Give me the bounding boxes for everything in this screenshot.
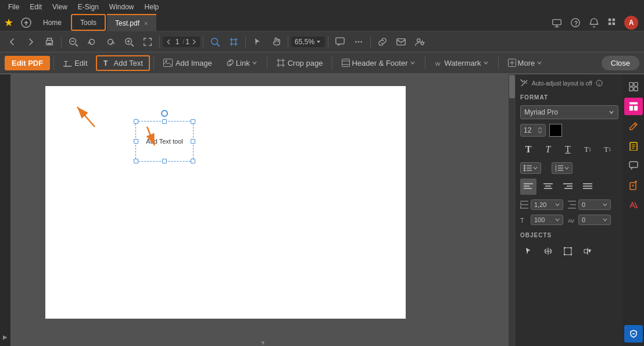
handle-bottom-center[interactable] [162, 159, 167, 163]
add-text-button[interactable]: T Add Text [96, 55, 150, 71]
pages-icon[interactable] [624, 137, 643, 155]
obj-move-icon[interactable] [540, 243, 556, 259]
handle-middle-right[interactable] [191, 139, 195, 144]
zoom-level[interactable]: 65,5% [291, 37, 325, 47]
pencil-icon[interactable] [624, 117, 643, 135]
redact-tool-icon[interactable] [624, 197, 643, 214]
handle-top-center[interactable] [162, 119, 167, 124]
more-button[interactable]: More [502, 56, 549, 70]
email-icon[interactable] [392, 34, 410, 50]
zoom-in-icon[interactable] [120, 34, 138, 50]
close-button[interactable]: Close [602, 56, 639, 70]
watermark-button[interactable]: W Watermark [429, 56, 495, 70]
comment-balloon-icon[interactable] [624, 157, 643, 174]
scroll-thumb[interactable] [509, 75, 515, 98]
sidebar-toggle-icon[interactable]: ▶ [3, 334, 8, 340]
shield-protect-icon[interactable] [624, 325, 643, 343]
tab-tools[interactable]: Tools [71, 14, 106, 31]
forward-icon[interactable] [22, 34, 40, 50]
svg-rect-7 [613, 22, 616, 25]
layout-panel-icon[interactable] [624, 98, 643, 115]
thumbnail-icon[interactable] [624, 78, 643, 95]
info-icon[interactable]: i [596, 80, 603, 87]
obj-transform-icon[interactable] [560, 243, 576, 259]
text-box[interactable]: Add Text tool [135, 121, 194, 162]
align-justify-button[interactable] [579, 179, 596, 195]
menu-file[interactable]: File [3, 2, 24, 12]
align-right-button[interactable] [560, 179, 576, 195]
user-avatar[interactable]: A [624, 16, 638, 30]
menu-edit[interactable]: Edit [25, 2, 46, 12]
more-tools-icon[interactable] [350, 34, 367, 50]
kerning-dropdown[interactable]: 0 [578, 215, 611, 225]
italic-button[interactable]: T [540, 141, 556, 158]
fit-page-icon[interactable] [139, 34, 156, 50]
favorites-star-icon[interactable]: ★ [0, 15, 17, 31]
crop-select-icon[interactable] [225, 34, 242, 50]
page-next-icon[interactable] [191, 38, 198, 45]
menu-view[interactable]: View [48, 2, 72, 12]
obj-select-icon[interactable] [520, 243, 536, 259]
align-left-button[interactable] [520, 179, 536, 195]
rotate-handle[interactable] [161, 110, 168, 117]
svg-text:?: ? [574, 19, 578, 26]
link-tool-icon[interactable] [374, 34, 391, 50]
handle-bottom-right[interactable] [191, 159, 195, 163]
zoom-rotate-cw-icon[interactable] [102, 34, 119, 50]
more-label: More [518, 59, 535, 67]
pdf-canvas-area[interactable]: Add Text tool [10, 74, 516, 346]
notifications-icon[interactable] [587, 16, 601, 30]
unordered-list-button[interactable] [520, 162, 541, 174]
user-share-icon[interactable] [411, 34, 428, 50]
svg-text:W: W [435, 61, 441, 67]
handle-middle-left[interactable] [134, 139, 138, 144]
menu-window[interactable]: Window [105, 2, 139, 12]
tab-home[interactable]: Home [35, 14, 70, 31]
page-current[interactable]: 1 [173, 38, 181, 46]
comment-tool-icon[interactable] [331, 34, 349, 50]
subscript-button[interactable]: T1 [599, 141, 616, 158]
search-icon[interactable] [206, 34, 224, 50]
line-spacing-dropdown[interactable]: 1,20 [531, 199, 563, 210]
bold-button[interactable]: T [520, 141, 536, 158]
underline-button[interactable]: T [560, 141, 576, 158]
header-footer-button[interactable]: Header & Footer [336, 56, 421, 70]
crop-page-button[interactable]: Crop page [271, 56, 329, 70]
scrollbar-right[interactable] [509, 74, 516, 346]
expand-bottom-icon[interactable]: ▼ [260, 340, 266, 346]
superscript-button[interactable]: T1 [579, 141, 596, 158]
upload-icon[interactable] [17, 15, 35, 31]
tab-file[interactable]: Test.pdf × [107, 14, 156, 31]
edit-text-button[interactable]: T Edit [58, 56, 93, 70]
indent-dropdown-icon [603, 203, 607, 206]
ordered-list-button[interactable]: 1.2.3. [552, 162, 573, 174]
zoom-rotate-ccw-icon[interactable] [83, 34, 101, 50]
zoom-out-icon[interactable] [65, 34, 82, 50]
svg-point-73 [571, 247, 573, 249]
obj-flip-icon[interactable] [579, 243, 596, 259]
screen-share-icon[interactable] [550, 16, 564, 30]
indent-dropdown[interactable]: 0 [578, 199, 611, 210]
tab-close-icon[interactable]: × [144, 20, 148, 27]
handle-top-right[interactable] [191, 119, 195, 124]
font-color-picker[interactable] [549, 124, 562, 137]
add-pages-icon[interactable] [624, 177, 643, 194]
page-prev-icon[interactable] [165, 38, 172, 45]
menu-help[interactable]: Help [140, 2, 164, 12]
help-icon[interactable]: ? [568, 16, 582, 30]
back-icon[interactable] [3, 34, 21, 50]
edit-pdf-button[interactable]: Edit PDF [5, 56, 50, 70]
select-tool-icon[interactable] [249, 34, 266, 50]
grid-apps-icon[interactable] [606, 16, 620, 30]
menu-esign[interactable]: E-Sign [73, 2, 103, 12]
handle-bottom-left[interactable] [134, 159, 138, 163]
handle-top-left[interactable] [134, 119, 138, 124]
font-size-input[interactable]: 12 [520, 124, 546, 137]
link-button[interactable]: Link [220, 56, 263, 70]
hand-tool-icon[interactable] [267, 34, 285, 50]
align-center-button[interactable] [540, 179, 556, 195]
scale-dropdown[interactable]: 100 [531, 215, 563, 225]
print-icon[interactable] [41, 34, 58, 50]
font-family-dropdown[interactable]: Myriad Pro [520, 105, 618, 119]
add-image-button[interactable]: Add Image [158, 56, 218, 70]
